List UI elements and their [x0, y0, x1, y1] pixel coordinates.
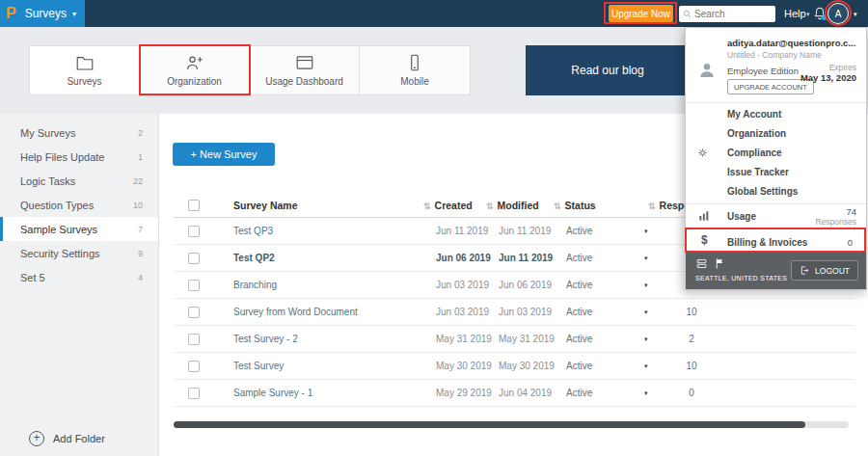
- column-header-created[interactable]: ⇅Created: [423, 193, 473, 219]
- modified-date: May 31 2019: [499, 326, 555, 353]
- responses-count: 0: [667, 380, 716, 407]
- tab-organization[interactable]: Organization: [140, 46, 250, 94]
- add-folder-button[interactable]: Add Folder: [29, 431, 105, 446]
- modified-date: Jun 06 2019: [499, 272, 552, 299]
- sidebar-item-help-files-update[interactable]: Help Files Update 1: [0, 145, 158, 169]
- expires-label: Expires: [829, 63, 856, 72]
- select-all-checkbox[interactable]: [188, 200, 200, 211]
- row-checkbox[interactable]: [188, 280, 200, 291]
- sidebar-item-question-types[interactable]: Question Types 10: [0, 193, 158, 217]
- status-dropdown-caret[interactable]: ▾: [644, 272, 648, 299]
- read-our-blog-banner[interactable]: Read our blog: [526, 45, 690, 95]
- created-date: Jun 11 2019: [436, 218, 488, 245]
- logout-icon: [800, 265, 810, 276]
- help-link[interactable]: Help: [784, 8, 806, 19]
- product-menu[interactable]: P Surveys ▾: [0, 0, 85, 27]
- sidebar-item-sample-surveys[interactable]: Sample Surveys 7: [0, 217, 158, 241]
- created-date: May 31 2019: [436, 326, 492, 353]
- status-dropdown-caret[interactable]: ▾: [644, 353, 648, 380]
- plus-circle-icon: [29, 431, 44, 446]
- new-survey-button[interactable]: + New Survey: [173, 143, 275, 166]
- menu-item-compliance[interactable]: Compliance: [727, 144, 853, 163]
- flag-icon: [714, 257, 726, 270]
- status-dropdown-caret[interactable]: ▾: [644, 380, 648, 407]
- bar-chart-icon: [697, 209, 711, 223]
- survey-name-link[interactable]: Test QP3: [233, 218, 273, 245]
- survey-name-link[interactable]: Branching: [233, 272, 277, 299]
- status-dropdown-caret[interactable]: ▾: [644, 218, 648, 245]
- survey-name-link[interactable]: Sample Survey - 1: [233, 380, 312, 407]
- sort-icon: ⇅: [423, 201, 431, 211]
- tab-usage-dashboard[interactable]: Usage Dashboard: [250, 46, 360, 94]
- survey-name-link[interactable]: Survey from Word Document: [233, 299, 358, 326]
- tab-mobile[interactable]: Mobile: [360, 46, 470, 94]
- survey-name-link[interactable]: Test QP2: [233, 245, 275, 272]
- folder-label: Help Files Update: [20, 151, 104, 163]
- chevron-down-icon: ▾: [806, 11, 810, 18]
- table-row: Test Survey May 30 2019 May 30 2019 Acti…: [174, 353, 854, 380]
- logout-button[interactable]: LOGOUT: [791, 260, 858, 281]
- sidebar-item-my-surveys[interactable]: My Surveys 2: [0, 121, 158, 145]
- notifications-bell-icon[interactable]: [813, 6, 827, 21]
- folder-count: 22: [133, 176, 143, 186]
- tab-label: Surveys: [67, 76, 101, 87]
- status-value: Active: [566, 218, 592, 245]
- survey-name-link[interactable]: Test Survey: [233, 353, 284, 380]
- search-input[interactable]: [694, 9, 772, 19]
- created-date: Jun 03 2019: [436, 272, 489, 299]
- sidebar-item-logic-tasks[interactable]: Logic Tasks 22: [0, 169, 158, 193]
- status-value: Active: [566, 353, 592, 380]
- horizontal-scrollbar-track[interactable]: [174, 421, 849, 428]
- column-header-status[interactable]: ⇅Status: [554, 193, 596, 219]
- user-email: aditya.datar@questionpro.c...: [727, 38, 855, 48]
- status-value: Active: [566, 272, 592, 299]
- horizontal-scrollbar-thumb[interactable]: [174, 421, 805, 428]
- menu-item-global-settings[interactable]: Global Settings: [727, 182, 853, 201]
- status-dropdown-caret[interactable]: ▾: [644, 299, 648, 326]
- menu-item-issue-tracker[interactable]: Issue Tracker: [727, 163, 853, 182]
- responses-count: 10: [667, 353, 716, 380]
- user-avatar[interactable]: A: [827, 3, 849, 24]
- status-dropdown-caret[interactable]: ▾: [644, 326, 648, 353]
- created-date: May 30 2019: [436, 353, 492, 380]
- column-header-modified[interactable]: ⇅Modified: [486, 193, 539, 219]
- modified-date: Jun 04 2019: [499, 380, 552, 407]
- responses-count: 2: [667, 326, 716, 353]
- column-header-label: Status: [565, 200, 596, 211]
- search-box[interactable]: [679, 6, 775, 22]
- row-checkbox[interactable]: [188, 388, 200, 399]
- module-tabs: Surveys Organization Usage Dashboard Mob…: [29, 45, 471, 95]
- menu-item-organization[interactable]: Organization: [727, 124, 853, 144]
- dollar-icon: $: [701, 233, 708, 247]
- sort-icon: ⇅: [486, 201, 494, 211]
- row-checkbox[interactable]: [188, 226, 200, 237]
- column-header-label: Modified: [498, 200, 539, 211]
- folder-count: 9: [138, 249, 143, 258]
- tab-label: Mobile: [400, 76, 428, 87]
- folder-label: Question Types: [20, 200, 94, 211]
- row-checkbox[interactable]: [188, 334, 200, 345]
- row-checkbox[interactable]: [188, 253, 200, 264]
- menu-item-billing-invoices[interactable]: Billing & Invoices: [727, 237, 807, 248]
- survey-name-link[interactable]: Test Survey - 2: [233, 326, 298, 353]
- row-checkbox[interactable]: [188, 307, 200, 318]
- sidebar-item-set-5[interactable]: Set 5 4: [0, 265, 158, 289]
- status-dropdown-caret[interactable]: ▾: [644, 245, 648, 272]
- sidebar-item-security-settings[interactable]: Security Settings 9: [0, 241, 158, 265]
- add-user-icon: [185, 54, 204, 71]
- top-navigation-bar: P Surveys ▾ Upgrade Now Help ▾ A ▾: [0, 0, 868, 27]
- search-icon: [683, 9, 692, 19]
- tab-surveys[interactable]: Surveys: [30, 46, 140, 94]
- responses-count: 10: [667, 299, 716, 326]
- menu-item-my-account[interactable]: My Account: [727, 105, 853, 124]
- menu-item-usage[interactable]: Usage: [727, 211, 756, 222]
- chevron-down-icon: ▾: [854, 11, 857, 18]
- folder-count: 2: [138, 128, 143, 138]
- row-checkbox[interactable]: [188, 361, 200, 372]
- upgrade-now-button[interactable]: Upgrade Now: [609, 5, 673, 22]
- folder-label: Logic Tasks: [20, 175, 75, 187]
- folder-label: Sample Surveys: [20, 224, 97, 235]
- dashboard-icon: [295, 54, 314, 71]
- folder-count: 4: [138, 273, 143, 282]
- column-header-survey-name[interactable]: Survey Name: [233, 193, 298, 218]
